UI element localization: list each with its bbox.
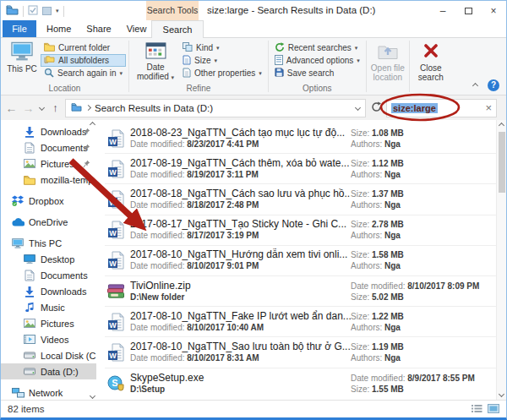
save-search-button[interactable]: Save search: [271, 67, 363, 79]
up-icon[interactable]: ↑: [48, 101, 63, 114]
divider: [63, 6, 64, 17]
size-icon: [183, 55, 191, 67]
close-search-button[interactable]: Close search: [412, 40, 450, 82]
sidebar-item-network[interactable]: Network: [1, 385, 96, 400]
scroll-up-icon[interactable]: [499, 123, 504, 128]
pin-icon: [83, 176, 90, 186]
scroll-down-icon[interactable]: [499, 391, 504, 397]
current-folder-button[interactable]: Current folder: [41, 41, 126, 54]
forward-icon[interactable]: →: [21, 101, 35, 115]
sidebar-item-downloads[interactable]: Downloads: [1, 283, 96, 299]
all-subfolders-button[interactable]: All subfolders: [41, 54, 126, 67]
file-row[interactable]: W2017-08-18_NgaTTN_Cách sao lưu và phục …: [105, 184, 496, 215]
navigation-pane: DownloadsDocumentsPicturesmozilla-tempDr…: [1, 120, 96, 400]
sidebar-item-videos[interactable]: Videos: [1, 331, 96, 347]
pin-icon: [83, 160, 90, 170]
download-icon: [23, 126, 36, 138]
file-subtitle: Date modified: 8/18/2017 2:48 PM: [130, 199, 351, 211]
title-bar: ▾ Search Tools size:large - Search Resul…: [1, 1, 506, 20]
music-icon: [23, 302, 36, 313]
sidebar-item-pictures[interactable]: Pictures: [1, 155, 96, 172]
breadcrumb[interactable]: Search Results in Data (D:): [65, 99, 366, 117]
file-row[interactable]: W2017-08-19_NgaTTN_Cách thêm, xóa bỏ wat…: [105, 154, 496, 184]
svg-text:W: W: [109, 351, 117, 359]
sidebar-item-documents[interactable]: Documents: [1, 139, 96, 155]
file-row[interactable]: W2017-08-10_NgaTTN_Hướng dẫn xem tivi on…: [105, 246, 496, 276]
ribbon-group-options: Recent searches ▾ Advanced options ▾ Sav…: [269, 38, 366, 95]
refresh-icon[interactable]: [368, 101, 384, 116]
file-row[interactable]: SSkypeSetup.exe D:\SetupDate modified: 8…: [105, 368, 496, 399]
close-search-icon: [422, 41, 440, 62]
explorer-icon: [6, 3, 19, 19]
ribbon-tabs: File Home Share View Search: [1, 20, 506, 38]
sidebar-item-dropbox[interactable]: Dropbox: [1, 193, 96, 209]
videos-icon: [23, 335, 36, 344]
back-icon[interactable]: ←: [4, 101, 19, 115]
this-pc-button[interactable]: This PC: [3, 40, 41, 74]
file-name: 2018-08-23_NgaTTN_Cách tạo mục lục tự độ…: [130, 127, 351, 139]
sidebar-item-this-pc[interactable]: This PC: [1, 235, 96, 251]
word-icon: W: [105, 221, 127, 239]
address-dropdown-icon[interactable]: [355, 105, 361, 111]
file-row[interactable]: TiviOnline.zip D:\New folderDate modifie…: [105, 276, 496, 307]
minimize-button[interactable]: –: [430, 1, 455, 20]
tab-file[interactable]: File: [3, 20, 36, 37]
svg-text:W: W: [109, 137, 117, 145]
help-icon[interactable]: ?: [488, 79, 499, 91]
tab-search[interactable]: Search: [151, 20, 204, 39]
sidebar-item-music[interactable]: Music: [1, 299, 96, 315]
sidebar-item-downloads[interactable]: Downloads: [1, 123, 96, 139]
tab-home[interactable]: Home: [41, 20, 76, 37]
search-again-button[interactable]: Search again in ▾: [41, 67, 126, 79]
properties-icon[interactable]: [28, 3, 38, 19]
other-properties-button[interactable]: Other properties ▾: [179, 67, 265, 79]
sidebar-item-pictures[interactable]: Pictures: [1, 315, 96, 331]
sidebar-item-onedrive[interactable]: OneDrive: [1, 214, 96, 230]
maximize-button[interactable]: [455, 1, 481, 20]
ribbon-group-open-location: Open file location: [367, 38, 409, 95]
recent-locations-icon[interactable]: [39, 105, 45, 111]
file-details: Date modified: 8/10/2017 8:09 PMSize: 5.…: [351, 281, 493, 303]
file-name: 2017-08-10_NgaTTN_Fake IP lướt web ẩn da…: [130, 310, 351, 322]
pin-icon: [83, 128, 90, 138]
sidebar-item-documents[interactable]: Documents: [1, 267, 96, 283]
file-row[interactable]: W2017-08-10_NgaTTN_Fake IP lướt web ẩn d…: [105, 307, 496, 337]
close-button[interactable]: ×: [481, 1, 506, 20]
dropbox-icon: [11, 195, 25, 206]
file-details: Size: 1.37 MBAuthors: Nga: [351, 188, 493, 210]
svg-text:W: W: [109, 167, 117, 176]
search-again-icon: [44, 68, 54, 79]
clear-search-icon[interactable]: ×: [485, 102, 492, 113]
breadcrumb-separator-icon: [85, 105, 91, 111]
this-pc-icon: [10, 41, 34, 63]
pictures-icon: [23, 159, 36, 168]
sidebar-item-mozilla-temp[interactable]: mozilla-temp: [1, 172, 96, 188]
scrollbar-thumb[interactable]: [499, 132, 505, 193]
file-row[interactable]: W2017-08-10_NgaTTN_Sao lưu toàn bộ thư ở…: [105, 337, 496, 368]
kind-button[interactable]: Kind ▾: [179, 41, 265, 54]
contextual-tab-header: Search Tools: [146, 1, 199, 20]
file-subtitle: Date modified: 8/17/2017 3:19 PM: [130, 230, 351, 242]
customize-qat-icon[interactable]: ▾: [56, 8, 59, 14]
address-bar: ← → ↑ Search Results in Data (D:) size:l…: [1, 95, 506, 120]
sidebar-item-local-disk-c[interactable]: Local Disk (C:): [1, 347, 96, 363]
advanced-options-button[interactable]: Advanced options ▾: [271, 54, 363, 67]
file-row[interactable]: W2018-08-23_NgaTTN_Cách tạo mục lục tự đ…: [105, 123, 496, 154]
size-button[interactable]: Size ▾: [179, 54, 265, 67]
new-folder-icon[interactable]: [42, 3, 52, 19]
icons-view-icon[interactable]: [488, 404, 499, 415]
date-modified-button[interactable]: Date modified ▾: [132, 40, 179, 83]
tab-view[interactable]: View: [122, 20, 152, 37]
collapse-ribbon-icon[interactable]: [472, 82, 478, 88]
location-folder-icon: [71, 102, 82, 113]
details-view-icon[interactable]: [472, 404, 482, 415]
search-input[interactable]: size:large ×: [386, 99, 497, 117]
sidebar-item-data-d[interactable]: Data (D:): [1, 363, 96, 379]
recent-searches-button[interactable]: Recent searches ▾: [271, 41, 363, 54]
tab-share[interactable]: Share: [81, 20, 116, 37]
sidebar-item-desktop[interactable]: Desktop: [1, 251, 96, 267]
file-row[interactable]: W2017-08-17_NgaTTN_Tạo Sticky Note - Ghi…: [105, 215, 496, 246]
chevron-down-icon: ▾: [120, 70, 123, 77]
window-controls: – ×: [430, 1, 506, 20]
vertical-scrollbar[interactable]: [496, 120, 506, 400]
